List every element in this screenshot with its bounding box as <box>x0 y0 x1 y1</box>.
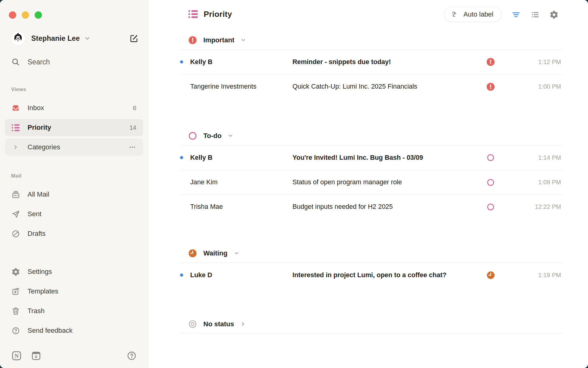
sidebar-item-label: Inbox <box>28 104 44 112</box>
sidebar-item-label: Categories <box>28 143 60 151</box>
sidebar-item-priority[interactable]: Priority 14 <box>5 119 143 136</box>
sidebar: Stephanie Lee Search Views Inbox 6 <box>0 0 148 368</box>
sidebar-item-label: Trash <box>28 307 44 315</box>
settings-gear-icon[interactable] <box>549 10 559 20</box>
no-status-icon <box>188 320 197 328</box>
views-section-label: Views <box>11 86 26 93</box>
email-sender: Jane Kim <box>190 178 292 186</box>
sidebar-item-inbox[interactable]: Inbox 6 <box>5 99 143 117</box>
send-icon <box>11 210 20 219</box>
mail-section-label: Mail <box>11 173 21 179</box>
gear-icon <box>11 267 20 276</box>
email-row[interactable]: Tangerine Investments Quick Catch-Up: Lu… <box>179 74 564 99</box>
account-switcher[interactable]: Stephanie Lee <box>11 31 139 46</box>
notion-logo-icon[interactable]: N <box>11 350 22 361</box>
waiting-clock-icon[interactable] <box>486 271 495 279</box>
page-title: Priority <box>204 10 232 19</box>
important-badge-icon <box>188 36 197 44</box>
email-time: 12:22 PM <box>495 203 564 210</box>
email-time: 1:12 PM <box>495 59 564 66</box>
views-nav: Inbox 6 Priority 14 Categories <box>5 99 143 158</box>
email-sender: Luke D <box>190 271 292 279</box>
sidebar-item-settings[interactable]: Settings <box>5 263 143 280</box>
todo-circle-icon[interactable] <box>486 178 495 187</box>
email-time: 1:09 PM <box>495 179 564 186</box>
waiting-clock-icon <box>188 249 197 258</box>
email-subject: Budget inputs needed for H2 2025 <box>292 203 486 211</box>
sidebar-item-all-mail[interactable]: All Mail <box>5 186 143 203</box>
unread-dot <box>180 60 183 63</box>
chevron-right-icon <box>11 144 20 150</box>
calendar-icon[interactable]: 6 <box>31 350 42 361</box>
email-row[interactable]: Trisha Mae Budget inputs needed for H2 2… <box>179 194 564 219</box>
todo-circle-icon[interactable] <box>486 203 495 211</box>
email-subject: Reminder - snippets due today! <box>292 58 486 66</box>
group-label: Important <box>203 36 234 44</box>
sidebar-item-send-feedback[interactable]: Send feedback <box>5 322 143 339</box>
email-time: 1:00 PM <box>495 83 564 90</box>
email-row[interactable]: Jane Kim Status of open program manager … <box>179 170 564 194</box>
account-name: Stephanie Lee <box>31 34 80 43</box>
unread-dot <box>180 274 183 277</box>
chevron-down-icon <box>84 35 90 41</box>
email-row[interactable]: Kelly B Reminder - snippets due today! 1… <box>179 50 564 74</box>
group-header-waiting[interactable]: Waiting <box>179 244 564 263</box>
unread-dot <box>180 156 183 159</box>
more-options-icon[interactable] <box>128 143 136 151</box>
sidebar-item-sent[interactable]: Sent <box>5 205 143 223</box>
todo-circle-icon <box>188 132 197 140</box>
important-badge-icon[interactable] <box>486 82 495 91</box>
close-window-button[interactable] <box>9 11 16 19</box>
svg-text:N: N <box>14 353 19 359</box>
compose-icon[interactable] <box>129 34 139 43</box>
chevron-down-icon <box>240 37 246 43</box>
inbox-count: 6 <box>133 105 136 112</box>
main-pane: Priority Auto label <box>148 0 588 368</box>
email-time: 1:14 PM <box>495 154 564 161</box>
email-sender: Trisha Mae <box>190 203 292 211</box>
avatar <box>11 31 25 45</box>
sidebar-item-trash[interactable]: Trash <box>5 302 143 320</box>
group-label: To-do <box>203 132 221 140</box>
important-badge-icon[interactable] <box>486 58 495 66</box>
sidebar-item-label: Settings <box>28 268 52 276</box>
sidebar-item-label: Drafts <box>28 230 46 238</box>
sidebar-item-drafts[interactable]: Drafts <box>5 225 143 242</box>
group-header-important[interactable]: Important <box>179 31 564 50</box>
sidebar-item-label: All Mail <box>28 190 49 198</box>
auto-label-button-text: Auto label <box>463 10 493 18</box>
auto-label-button[interactable]: Auto label <box>444 7 502 22</box>
group-label: Waiting <box>203 249 228 257</box>
sidebar-item-categories[interactable]: Categories <box>5 139 143 156</box>
zoom-window-button[interactable] <box>35 11 42 19</box>
chevron-right-icon <box>240 321 246 327</box>
chevron-down-icon <box>228 133 233 139</box>
sidebar-item-label: Priority <box>28 124 51 132</box>
email-sender: Kelly B <box>190 154 292 162</box>
email-subject: Status of open program manager role <box>292 178 486 186</box>
email-row[interactable]: Luke D Interested in project Lumi, open … <box>179 263 564 287</box>
app-window: Stephanie Lee Search Views Inbox 6 <box>0 0 588 368</box>
email-subject: Interested in project Lumi, open to a co… <box>292 271 486 279</box>
sidebar-bottom-bar: N 6 <box>11 348 137 363</box>
group-waiting: Waiting Luke D Interested in project Lum… <box>179 244 564 287</box>
priority-list-icon <box>11 124 20 131</box>
group-header-todo[interactable]: To-do <box>179 126 564 145</box>
sidebar-item-templates[interactable]: Templates <box>5 283 143 300</box>
all-mail-icon <box>11 190 20 199</box>
footer-nav: Settings Templates Trash Send feedback <box>5 263 143 342</box>
mail-nav: All Mail Sent Drafts <box>5 186 143 245</box>
templates-icon <box>11 287 20 296</box>
email-time: 1:19 PM <box>495 272 564 279</box>
help-icon[interactable] <box>126 351 137 361</box>
list-view-icon[interactable] <box>530 10 540 20</box>
window-controls <box>9 11 42 19</box>
minimize-window-button[interactable] <box>22 11 29 19</box>
group-header-no-status[interactable]: No status <box>179 315 564 334</box>
search-label: Search <box>28 58 50 66</box>
filter-icon[interactable] <box>511 10 521 20</box>
search-icon <box>11 57 20 67</box>
search-button[interactable]: Search <box>11 55 50 69</box>
email-row[interactable]: Kelly B You're Invited! Lumi Inc. Bug Ba… <box>179 145 564 170</box>
todo-circle-icon[interactable] <box>486 153 495 162</box>
